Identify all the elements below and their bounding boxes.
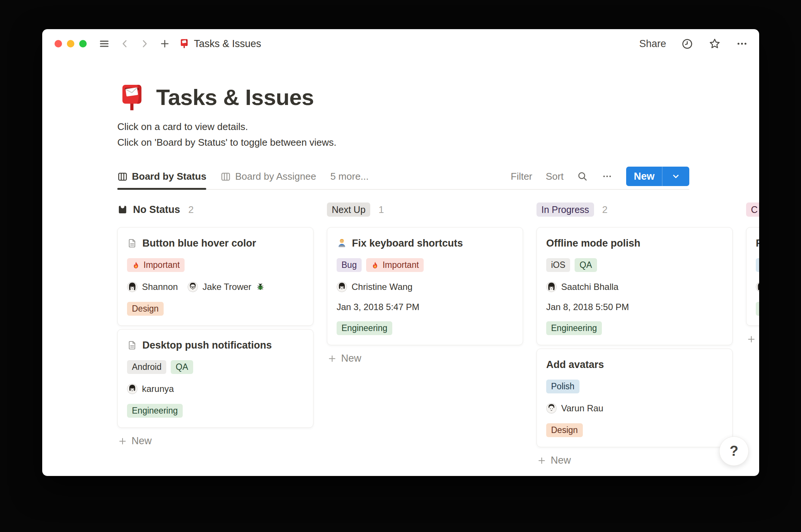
new-card-label: New (551, 455, 571, 466)
assignee-row: Varun Rau (546, 402, 723, 414)
new-button-label: New (626, 171, 662, 182)
tag-row: Engineering (127, 404, 304, 418)
card-title: R (756, 238, 759, 249)
tag-row: iOSQA (546, 258, 723, 272)
card-title: Add avatars (546, 359, 604, 371)
column-header[interactable]: Next Up1 (327, 202, 523, 217)
new-button[interactable]: New (626, 167, 689, 186)
card-title-row: Fix keyboard shortcuts (337, 237, 513, 249)
column-header[interactable]: No Status2 (117, 202, 313, 217)
new-card-label: New (341, 353, 361, 364)
card-title: Desktop push notifications (142, 340, 272, 351)
plus-icon (747, 335, 756, 344)
chevron-down-icon[interactable] (662, 171, 689, 181)
tag-row: BugImportant (337, 258, 513, 272)
card-title-row: R (756, 237, 759, 249)
avatar-man-short-hair (546, 403, 557, 414)
help-button[interactable]: ? (719, 436, 749, 466)
assignee-name: karunya (142, 384, 174, 394)
column-title-pill: In Progress (536, 202, 594, 217)
tag-row: Engineering (337, 321, 513, 335)
avatar-woman-long-hair (756, 282, 759, 292)
ellipsis-icon[interactable] (736, 38, 748, 50)
column-header[interactable]: In Progress2 (536, 202, 733, 217)
tab-more-views[interactable]: 5 more... (330, 171, 369, 189)
sort-button[interactable]: Sort (546, 171, 564, 182)
card-title: Fix keyboard shortcuts (352, 238, 463, 249)
back-icon[interactable] (120, 39, 130, 49)
card-date: Jan 8, 2018 5:50 PM (546, 302, 723, 312)
tag-label: Polish (551, 381, 575, 392)
board-card[interactable]: Fix keyboard shortcutsBugImportantChrist… (327, 227, 523, 345)
assignee: Saatchi Bhalla (546, 282, 618, 292)
avatar-woman-long-hair (546, 282, 557, 292)
board-column: In Progress2Offline mode polishiOSQASaat… (536, 202, 733, 466)
hamburger-icon[interactable] (99, 38, 110, 49)
fire-icon (371, 261, 379, 269)
card-title-row: Button blue hover color (127, 237, 304, 249)
new-card-button[interactable]: New (117, 435, 313, 447)
tag-row: Important (127, 258, 304, 272)
column-count: 2 (602, 204, 607, 216)
board-card[interactable]: Offline mode polishiOSQASaatchi BhallaJa… (536, 227, 733, 345)
no-status-icon (117, 204, 128, 215)
new-card-button[interactable]: New (536, 455, 733, 466)
filter-button[interactable]: Filter (511, 171, 532, 182)
tag-row: Polish (546, 380, 723, 393)
tag-purple: Bug (337, 258, 362, 272)
board-card[interactable]: Add avatarsPolishVarun RauDesign (536, 349, 733, 447)
board-card[interactable]: RPE (746, 227, 759, 326)
tab-label: Board by Status (132, 171, 206, 182)
tag-label: QA (579, 260, 592, 270)
view-toolbar: Board by Status Board by Assignee 5 more… (117, 167, 689, 190)
share-button[interactable]: Share (639, 38, 666, 50)
assignee-row: karunya (127, 383, 304, 395)
assignee: Christine Wang (337, 282, 412, 292)
column-count: 1 (378, 204, 384, 216)
column-header[interactable]: C (746, 202, 759, 217)
zoom-window-button[interactable] (79, 40, 87, 47)
clock-icon[interactable] (681, 38, 693, 50)
card-title-row: Desktop push notifications (127, 339, 304, 351)
assignee-row: ShannonJake Trower (127, 281, 304, 293)
minimize-window-button[interactable] (67, 40, 74, 47)
view-options-ellipsis-icon[interactable] (601, 171, 613, 182)
assignee-name: Saatchi Bhalla (561, 282, 618, 292)
avatar-woman-bob (337, 282, 347, 292)
breadcrumb[interactable]: Tasks & Issues (179, 38, 261, 50)
breadcrumb-title: Tasks & Issues (194, 38, 261, 50)
tag-row: AndroidQA (127, 360, 304, 374)
tag-label: Important (143, 260, 180, 270)
new-card-button[interactable]: New (327, 353, 523, 364)
page-description-line: Click on 'Board by Status' to toggle bet… (117, 134, 689, 150)
page-icon (127, 340, 137, 350)
tag-label: Important (383, 260, 419, 270)
close-window-button[interactable] (55, 40, 62, 47)
page-icon (127, 238, 137, 248)
postbox-icon (179, 38, 189, 49)
tag-row: Design (546, 423, 723, 437)
tab-board-by-status[interactable]: Board by Status (117, 171, 206, 189)
search-icon[interactable] (577, 171, 588, 182)
tag-green: Engineering (337, 321, 392, 335)
new-card-button[interactable]: New (746, 333, 759, 345)
plus-icon (537, 456, 546, 465)
tag-label: Android (132, 362, 161, 372)
window-controls (55, 40, 87, 47)
tag-label: Engineering (132, 406, 178, 416)
board-card[interactable]: Desktop push notificationsAndroidQAkarun… (117, 329, 313, 428)
tag-green: Engineering (127, 404, 183, 418)
tag-row: E (756, 302, 759, 316)
assignee: Jake Trower (188, 282, 265, 292)
column-title: No Status (133, 204, 180, 216)
assignee-row: Saatchi Bhalla (546, 281, 723, 293)
tab-board-by-assignee[interactable]: Board by Assignee (220, 171, 316, 189)
tag-green: QA (575, 258, 597, 272)
tag-label: Engineering (551, 323, 597, 333)
board-card[interactable]: Button blue hover colorImportantShannonJ… (117, 227, 313, 326)
tag-label: Design (551, 425, 578, 435)
forward-icon[interactable] (140, 39, 149, 49)
assignee-name: Jake Trower (202, 282, 251, 292)
star-icon[interactable] (708, 37, 721, 50)
new-page-plus-icon[interactable] (160, 38, 170, 49)
